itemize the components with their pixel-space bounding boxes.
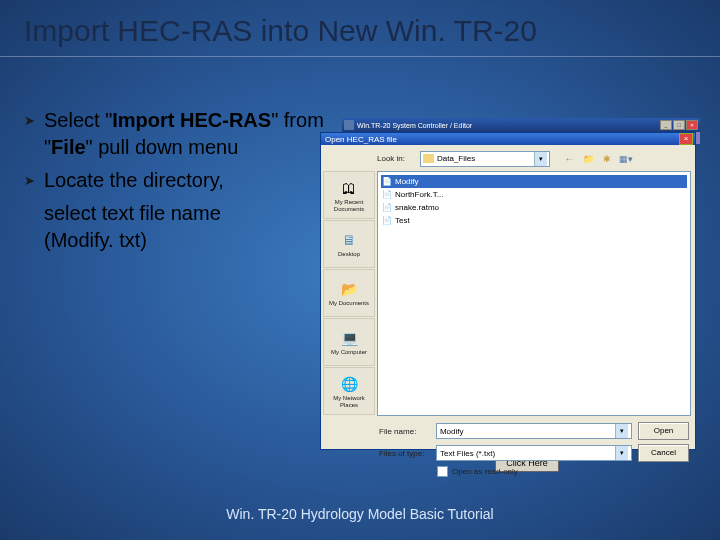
- filetype-row: Files of type: Text Files (*.txt) ▾ Canc…: [379, 444, 689, 462]
- bullet-item-2: ➤ Locate the directory,: [24, 167, 324, 194]
- desktop-icon: 🖥: [338, 230, 360, 250]
- parent-app-icon: [344, 120, 354, 130]
- parent-title: Win.TR-20 System Controller / Editor: [357, 122, 659, 129]
- bullet-arrow-icon: ➤: [24, 172, 35, 190]
- filename-input[interactable]: Modify ▾: [436, 423, 632, 439]
- lookin-row: Look in: Data_Files ▾ ← 📁 ✱ ▦▾: [321, 145, 695, 169]
- readonly-label: Open as read-only: [452, 467, 518, 476]
- place-desktop[interactable]: 🖥 Desktop: [323, 220, 375, 268]
- file-item-snake[interactable]: 📄 snake.ratmo: [381, 201, 687, 214]
- filename-row: File name: Modify ▾ Open: [379, 422, 689, 440]
- folder-icon: [423, 154, 434, 163]
- bullet-cont-1: select text file name: [24, 200, 324, 227]
- filetype-combo[interactable]: Text Files (*.txt) ▾: [436, 445, 632, 461]
- network-icon: 🌐: [338, 374, 360, 394]
- bullet-cont-2: (Modify. txt): [24, 227, 324, 254]
- toolbar-icons: ← 📁 ✱ ▦▾: [561, 151, 634, 167]
- text-file-icon: 📄: [382, 216, 392, 226]
- dialog-close-button[interactable]: ×: [679, 133, 693, 145]
- cancel-button[interactable]: Cancel: [638, 444, 689, 462]
- recent-icon: 🕮: [338, 178, 360, 198]
- mydocs-icon: 📂: [338, 279, 360, 299]
- footer-text: Win. TR-20 Hydrology Model Basic Tutoria…: [0, 506, 720, 522]
- filename-label: File name:: [379, 427, 430, 436]
- lookin-label: Look in:: [377, 154, 415, 163]
- readonly-row: Open as read-only: [379, 466, 689, 477]
- lookin-value: Data_Files: [437, 154, 534, 163]
- bullet-list: ➤ Select "Import HEC-RAS" from "File" pu…: [24, 107, 324, 254]
- text-file-icon: 📄: [382, 190, 392, 200]
- chevron-down-icon[interactable]: ▾: [534, 152, 547, 166]
- bullet-item-1: ➤ Select "Import HEC-RAS" from "File" pu…: [24, 107, 324, 161]
- place-network[interactable]: 🌐 My Network Places: [323, 367, 375, 415]
- lookin-combo[interactable]: Data_Files ▾: [420, 151, 550, 167]
- up-folder-icon[interactable]: 📁: [580, 151, 596, 167]
- filetype-label: Files of type:: [379, 449, 430, 458]
- place-recent[interactable]: 🕮 My Recent Documents: [323, 171, 375, 219]
- bullet-arrow-icon: ➤: [24, 112, 35, 130]
- readonly-checkbox[interactable]: [437, 466, 448, 477]
- chevron-down-icon[interactable]: ▾: [615, 424, 628, 438]
- file-item-modify[interactable]: 📄 Modify: [381, 175, 687, 188]
- place-mycomputer[interactable]: 💻 My Computer: [323, 318, 375, 366]
- back-icon[interactable]: ←: [561, 151, 577, 167]
- chevron-down-icon[interactable]: ▾: [615, 446, 628, 460]
- dialog-title: Open HEC_RAS file: [323, 135, 679, 144]
- file-item-test[interactable]: 📄 Test: [381, 214, 687, 227]
- place-mydocs[interactable]: 📂 My Documents: [323, 269, 375, 317]
- computer-icon: 💻: [338, 328, 360, 348]
- text-file-icon: 📄: [382, 203, 392, 213]
- parent-titlebar: Win.TR-20 System Controller / Editor _ □…: [342, 118, 700, 132]
- file-item-northfork[interactable]: 📄 NorthFork.T...: [381, 188, 687, 201]
- places-bar: 🕮 My Recent Documents 🖥 Desktop 📂 My Doc…: [321, 169, 377, 418]
- text-file-icon: 📄: [382, 177, 392, 187]
- views-icon[interactable]: ▦▾: [618, 151, 634, 167]
- new-folder-icon[interactable]: ✱: [599, 151, 615, 167]
- slide-title: Import HEC-RAS into New Win. TR-20: [0, 0, 720, 57]
- maximize-button[interactable]: □: [673, 120, 685, 130]
- file-list[interactable]: 📄 Modify 📄 NorthFork.T... 📄 snake.ratmo …: [377, 171, 691, 416]
- minimize-button[interactable]: _: [660, 120, 672, 130]
- open-file-dialog: Open HEC_RAS file × Look in: Data_Files …: [320, 132, 696, 450]
- close-button[interactable]: ×: [686, 120, 698, 130]
- open-button[interactable]: Open: [638, 422, 689, 440]
- dialog-titlebar: Open HEC_RAS file ×: [321, 133, 695, 145]
